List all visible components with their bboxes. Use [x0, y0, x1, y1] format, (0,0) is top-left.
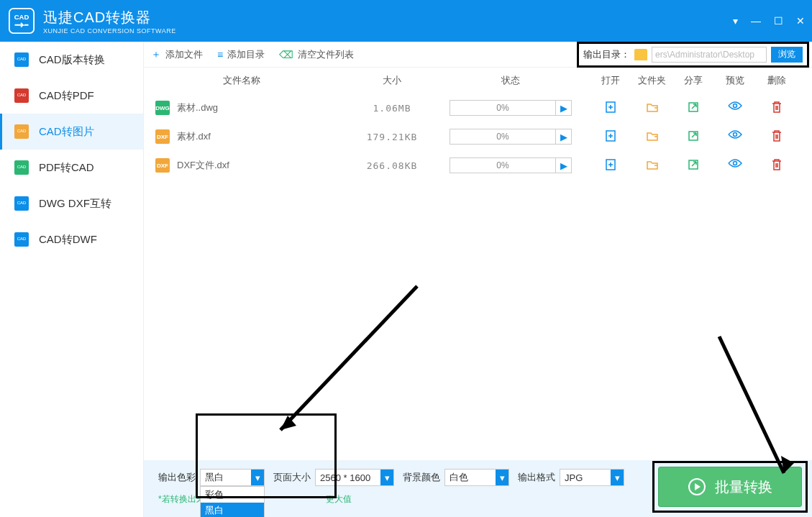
svg-point-19: [734, 132, 737, 136]
output-dir-group: 输出目录： 浏览: [577, 42, 809, 68]
svg-text:CAD: CAD: [17, 201, 27, 205]
open-icon[interactable]: [593, 129, 629, 145]
file-name: 素材.dxf: [177, 130, 211, 143]
app-title: 迅捷CAD转换器: [43, 8, 733, 27]
header-delete: 删除: [759, 74, 795, 87]
file-type-icon: DWG: [155, 101, 170, 115]
list-icon: ≡: [217, 49, 223, 60]
sidebar-item-3[interactable]: CADPDF转CAD: [0, 150, 143, 186]
folder-icon[interactable]: [634, 129, 670, 145]
chevron-down-icon: ▾: [496, 470, 508, 485]
file-name: DXF文件.dxf: [177, 159, 229, 172]
color-select[interactable]: 黑白 ▾: [200, 469, 265, 486]
sidebar-icon: CAD: [13, 51, 30, 68]
sidebar-icon: CAD: [13, 123, 30, 140]
delete-icon[interactable]: [759, 101, 795, 116]
file-type-icon: DXF: [155, 129, 170, 144]
preview-icon[interactable]: [717, 158, 753, 173]
header-status: 状态: [439, 74, 583, 87]
sidebar: CADCAD版本转换CADCAD转PDFCADCAD转图片CADPDF转CADC…: [0, 42, 144, 517]
progress-bar: 0%▶: [450, 157, 572, 173]
maximize-icon[interactable]: ☐: [774, 15, 783, 27]
table-header: 文件名称 大小 状态 打开 文件夹 分享 预览 删除: [144, 68, 812, 93]
clear-icon: ⌫: [279, 49, 293, 60]
close-icon[interactable]: ✕: [796, 15, 805, 27]
output-dir-label: 输出目录：: [583, 48, 630, 61]
chevron-down-icon: ▾: [251, 470, 264, 485]
bottom-bar: 输出色彩 黑白 ▾ 彩色 黑白 页面大小: [144, 460, 812, 517]
convert-button[interactable]: 批量转换: [658, 467, 802, 507]
table-row: DXFDXF文件.dxf 266.08KB 0%▶: [144, 151, 812, 180]
color-option-color[interactable]: 彩色: [201, 487, 264, 503]
sidebar-icon: CAD: [13, 231, 30, 248]
progress-bar: 0%▶: [450, 100, 572, 116]
folder-icon: [634, 49, 647, 60]
share-icon[interactable]: [675, 129, 711, 145]
folder-icon[interactable]: [634, 158, 670, 173]
app-logo-icon: CAD: [7, 6, 36, 35]
toolbar: ＋ 添加文件 ≡ 添加目录 ⌫ 清空文件列表 输出目录： 浏览: [144, 42, 812, 68]
file-size: 179.21KB: [345, 132, 439, 142]
sidebar-item-5[interactable]: CADCAD转DWF: [0, 221, 143, 257]
svg-text:CAD: CAD: [17, 237, 27, 241]
output-dir-input[interactable]: [652, 47, 767, 63]
chevron-down-icon: ▾: [380, 470, 393, 485]
file-size: 266.08KB: [345, 160, 439, 171]
share-icon[interactable]: [675, 101, 711, 116]
svg-text:CAD: CAD: [17, 165, 27, 169]
svg-text:CAD: CAD: [14, 13, 29, 21]
format-select[interactable]: JPG ▾: [560, 469, 624, 486]
plus-icon: ＋: [151, 48, 161, 61]
open-icon[interactable]: [593, 101, 629, 116]
minimize-icon[interactable]: —: [751, 15, 761, 27]
svg-text:CAD: CAD: [17, 93, 27, 97]
preview-icon[interactable]: [717, 101, 753, 116]
header-preview: 预览: [717, 74, 753, 87]
bg-select[interactable]: 白色 ▾: [444, 469, 509, 486]
bg-label: 背景颜色: [403, 471, 440, 484]
svg-point-22: [734, 161, 737, 165]
app-subtitle: XUNJIE CAD CONVERSION SOFTWARE: [43, 27, 733, 35]
header-folder: 文件夹: [634, 74, 670, 87]
color-dropdown: 彩色 黑白: [200, 486, 265, 517]
header-share: 分享: [675, 74, 711, 87]
browse-button[interactable]: 浏览: [771, 47, 803, 63]
titlebar: CAD 迅捷CAD转换器 XUNJIE CAD CONVERSION SOFTW…: [0, 0, 812, 42]
sidebar-item-2[interactable]: CADCAD转图片: [0, 114, 143, 150]
sidebar-item-1[interactable]: CADCAD转PDF: [0, 78, 143, 114]
file-type-icon: DXF: [155, 158, 170, 173]
format-label: 输出格式: [518, 471, 555, 484]
table-row: DXF素材.dxf 179.21KB 0%▶: [144, 122, 812, 151]
play-icon[interactable]: ▶: [555, 129, 571, 144]
color-label: 输出色彩: [158, 471, 196, 484]
header-open: 打开: [593, 74, 629, 87]
file-size: 1.06MB: [345, 103, 439, 114]
sidebar-item-0[interactable]: CADCAD版本转换: [0, 42, 143, 78]
sidebar-icon: CAD: [13, 195, 30, 212]
open-icon[interactable]: [593, 158, 629, 173]
add-file-button[interactable]: ＋ 添加文件: [151, 48, 203, 61]
play-icon: [688, 477, 706, 496]
play-icon[interactable]: ▶: [555, 158, 571, 173]
add-folder-button[interactable]: ≡ 添加目录: [217, 48, 265, 61]
chevron-down-icon: ▾: [611, 470, 624, 485]
progress-bar: 0%▶: [450, 129, 572, 145]
share-icon[interactable]: [675, 158, 711, 173]
file-name: 素材..dwg: [177, 101, 218, 114]
svg-text:CAD: CAD: [17, 57, 27, 61]
table-row: DWG素材..dwg 1.06MB 0%▶: [144, 93, 812, 122]
dropdown-menu-icon[interactable]: ▾: [733, 15, 738, 27]
preview-icon[interactable]: [717, 129, 753, 145]
delete-icon[interactable]: [759, 158, 795, 173]
play-icon[interactable]: ▶: [555, 101, 571, 115]
header-name: 文件名称: [151, 74, 345, 87]
delete-icon[interactable]: [759, 129, 795, 145]
svg-text:CAD: CAD: [17, 129, 27, 133]
page-select[interactable]: 2560 * 1600 ▾: [315, 469, 394, 486]
sidebar-item-4[interactable]: CADDWG DXF互转: [0, 186, 143, 221]
clear-list-button[interactable]: ⌫ 清空文件列表: [279, 48, 354, 61]
color-option-bw[interactable]: 黑白: [201, 503, 264, 517]
folder-icon[interactable]: [634, 101, 670, 116]
header-size: 大小: [345, 74, 439, 87]
svg-point-16: [734, 104, 737, 107]
